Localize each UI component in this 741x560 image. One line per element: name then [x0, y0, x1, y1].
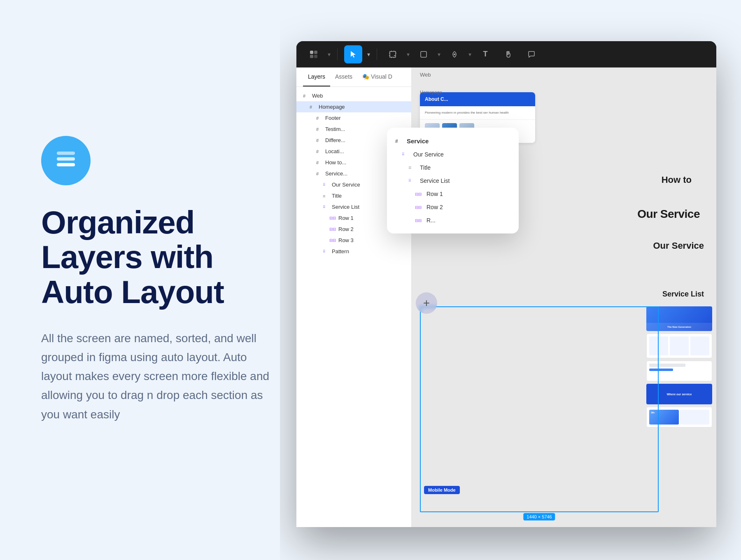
layer-footer-label: Footer: [325, 115, 341, 121]
layer-footer[interactable]: # Footer: [296, 112, 411, 124]
instance-icon: ⠿: [323, 205, 329, 209]
layer-location-label: Locati...: [325, 148, 344, 154]
tab-layers[interactable]: Layers: [303, 68, 330, 86]
layer-difference-label: Differe...: [325, 137, 345, 143]
shape-tool[interactable]: [415, 45, 433, 63]
mobile-preview-strip: The New Generation Where our service: [646, 306, 712, 427]
instance-icon: ⠿: [402, 152, 409, 156]
frame-icon: #: [316, 149, 323, 154]
mobile-mode-label: Mobile Mode: [424, 486, 460, 494]
layer-web[interactable]: # Web: [296, 90, 411, 101]
layer-testimonials-label: Testim...: [325, 126, 345, 132]
frame-selector: 1440 × 5746: [420, 306, 659, 512]
select-tool[interactable]: [344, 45, 362, 63]
figma-window: ▾ ▾ ▾ ▾: [296, 41, 716, 527]
canvas-web-label: Web: [420, 72, 431, 78]
component-icon: ⊟⊟: [329, 238, 336, 243]
layer-pattern-label: Pattern: [332, 248, 349, 254]
component-icon: ⊟⊟: [329, 216, 336, 220]
layer-howto-label: How to...: [325, 159, 346, 166]
canvas-frame-label: Homepage: [420, 90, 442, 95]
svg-rect-0: [57, 152, 75, 155]
canvas-size-label: 1440 × 5746: [523, 513, 555, 520]
frame-icon: #: [316, 127, 323, 132]
frame-icon: #: [316, 138, 323, 143]
svg-point-8: [454, 54, 455, 55]
frame-tool[interactable]: [384, 45, 402, 63]
popup-layer-our-service[interactable]: ⠿ Our Service: [387, 148, 519, 161]
popup-service-list-label: Service List: [420, 177, 450, 184]
popup-layer-title[interactable]: ≡ Title: [387, 161, 519, 174]
logo-icon: [41, 136, 91, 185]
component-icon: ⊟⊟: [415, 205, 422, 210]
add-button[interactable]: +: [416, 292, 437, 314]
instance-icon: ⠿: [408, 179, 416, 183]
svg-rect-1: [57, 157, 75, 161]
component-icon: ⊟⊟: [415, 218, 422, 223]
component-icon: ⊟⊟: [329, 227, 336, 231]
popup-layer-row1[interactable]: ⊟⊟ Row 1: [387, 187, 519, 201]
popup-row2-label: Row 2: [426, 204, 443, 210]
layer-row2-label: Row 2: [338, 226, 354, 232]
popup-layer-row3[interactable]: ⊟⊟ R...: [387, 214, 519, 227]
layer-our-service-label: Our Service: [332, 182, 360, 188]
headline: Organized Layers with Auto Layout: [41, 205, 272, 309]
layer-web-label: Web: [312, 93, 323, 99]
layer-row3[interactable]: ⊟⊟ Row 3: [296, 235, 411, 246]
layer-row1-label: Row 1: [338, 215, 354, 221]
frame-icon: #: [310, 105, 316, 110]
howto-canvas-label: How to: [662, 175, 692, 185]
layer-title-label: Title: [332, 193, 342, 199]
svg-rect-5: [310, 55, 313, 58]
popup-row1-label: Row 1: [426, 191, 443, 197]
sidebar-tabs: Layers Assets 🎭 Visual D: [296, 68, 411, 87]
frame-icon: #: [303, 93, 310, 98]
layer-homepage-label: Homepage: [319, 104, 345, 110]
popup-row3-label: R...: [426, 217, 436, 224]
popup-layer-row2[interactable]: ⊟⊟ Row 2: [387, 201, 519, 214]
layer-service-label: Service...: [325, 170, 347, 177]
pen-tool[interactable]: [445, 45, 464, 63]
frame-icon: #: [316, 171, 323, 176]
svg-rect-2: [57, 163, 75, 166]
list-icon: ≡: [323, 194, 329, 198]
popup-layer-service-list[interactable]: ⠿ Service List: [387, 174, 519, 187]
plugin-icon[interactable]: [305, 45, 323, 63]
description: All the screen are named, sorted, and we…: [41, 329, 272, 424]
hand-tool[interactable]: [499, 45, 517, 63]
list-icon: ≡: [408, 165, 416, 170]
left-panel: Organized Layers with Auto Layout All th…: [0, 0, 313, 560]
about-body: Pioneering modern m provides the best se…: [420, 106, 535, 120]
layer-homepage[interactable]: # Homepage: [296, 101, 411, 112]
popup-layer-service[interactable]: # Service: [387, 134, 519, 148]
frame-icon: #: [395, 138, 403, 144]
service-list-canvas-label: Service List: [662, 290, 704, 299]
svg-rect-3: [310, 51, 313, 54]
tab-assets[interactable]: Assets: [330, 68, 357, 86]
tab-visual[interactable]: 🎭 Visual D: [357, 68, 397, 86]
popup-service-label: Service: [407, 138, 429, 145]
component-icon: ⊟⊟: [415, 192, 422, 196]
popup-our-service-label: Our Service: [413, 151, 444, 158]
our-service-canvas-label: Our Service: [637, 208, 700, 221]
our-service-canvas-label2: Our Service: [653, 240, 704, 251]
popup-panel: # Service ⠿ Our Service ≡ Title ⠿ Servic…: [387, 128, 519, 233]
frame-icon: #: [316, 116, 323, 121]
instance-icon: ⠿: [323, 250, 329, 254]
instance-icon: ⠿: [323, 183, 329, 187]
layer-service-list-label: Service List: [332, 204, 359, 210]
svg-rect-4: [314, 51, 317, 54]
svg-rect-7: [421, 51, 426, 57]
frame-icon: #: [316, 160, 323, 165]
layer-pattern[interactable]: ⠿ Pattern: [296, 246, 411, 257]
svg-rect-6: [314, 55, 317, 58]
text-tool[interactable]: T: [476, 45, 494, 63]
layer-row3-label: Row 3: [338, 237, 354, 243]
popup-title-label: Title: [420, 164, 431, 171]
right-panel: ▾ ▾ ▾ ▾: [280, 0, 741, 560]
figma-toolbar: ▾ ▾ ▾ ▾: [296, 41, 716, 68]
comment-tool[interactable]: [522, 45, 541, 63]
